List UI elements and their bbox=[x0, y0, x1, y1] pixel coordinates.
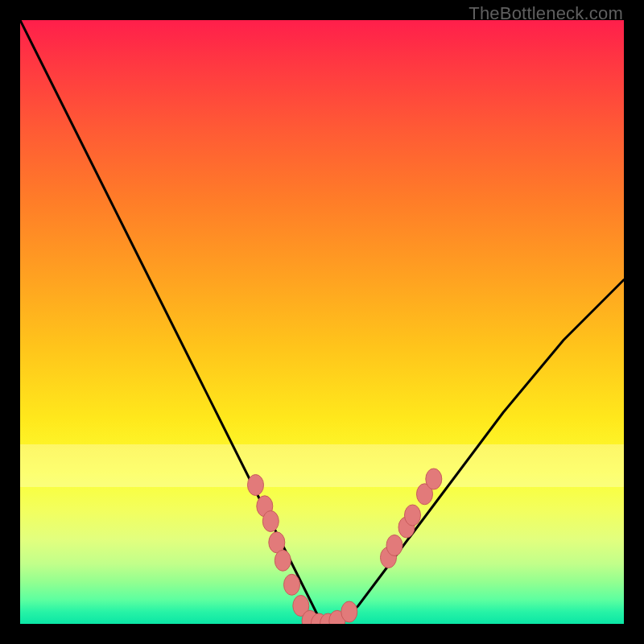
background-gradient bbox=[20, 20, 624, 624]
watermark-text: TheBottleneck.com bbox=[469, 3, 623, 24]
plot-area bbox=[20, 20, 624, 624]
chart-stage: TheBottleneck.com bbox=[0, 0, 644, 644]
